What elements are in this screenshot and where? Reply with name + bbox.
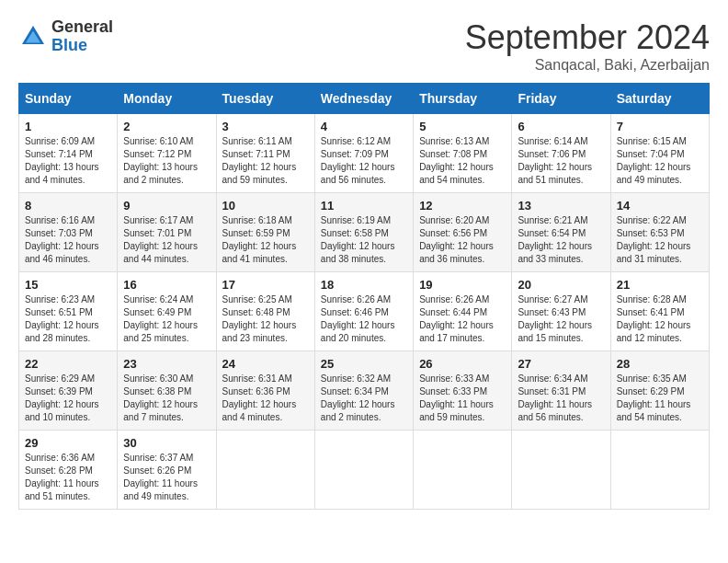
- calendar-day-cell: 3Sunrise: 6:11 AMSunset: 7:11 PMDaylight…: [216, 114, 314, 193]
- day-number: 18: [321, 278, 407, 292]
- day-number: 25: [321, 357, 407, 371]
- day-number: 24: [222, 357, 309, 371]
- calendar-day-cell: 23Sunrise: 6:30 AMSunset: 6:38 PMDayligh…: [118, 351, 216, 431]
- cell-details: Sunrise: 6:28 AMSunset: 6:41 PMDaylight:…: [617, 293, 703, 345]
- calendar-day-cell: 19Sunrise: 6:26 AMSunset: 6:44 PMDayligh…: [414, 272, 512, 351]
- cell-details: Sunrise: 6:21 AMSunset: 6:54 PMDaylight:…: [518, 214, 604, 266]
- calendar-day-cell: 18Sunrise: 6:26 AMSunset: 6:46 PMDayligh…: [314, 272, 413, 351]
- day-number: 27: [518, 357, 604, 371]
- cell-details: Sunrise: 6:10 AMSunset: 7:12 PMDaylight:…: [123, 135, 210, 187]
- location-title: Sanqacal, Baki, Azerbaijan: [465, 57, 710, 74]
- column-header-thursday: Thursday: [414, 84, 512, 114]
- cell-details: Sunrise: 6:29 AMSunset: 6:39 PMDaylight:…: [25, 373, 111, 424]
- cell-details: Sunrise: 6:36 AMSunset: 6:28 PMDaylight:…: [25, 452, 111, 503]
- calendar-day-cell: 1Sunrise: 6:09 AMSunset: 7:14 PMDaylight…: [19, 114, 118, 193]
- calendar-day-cell: 7Sunrise: 6:15 AMSunset: 7:04 PMDaylight…: [610, 114, 709, 193]
- column-header-wednesday: Wednesday: [314, 84, 413, 114]
- day-number: 6: [518, 120, 604, 133]
- column-header-saturday: Saturday: [610, 84, 709, 114]
- column-header-tuesday: Tuesday: [216, 84, 314, 114]
- empty-cell: [512, 431, 610, 510]
- cell-details: Sunrise: 6:14 AMSunset: 7:06 PMDaylight:…: [518, 135, 604, 187]
- page-header: General Blue September 2024 Sanqacal, Ba…: [18, 18, 710, 74]
- cell-details: Sunrise: 6:19 AMSunset: 6:58 PMDaylight:…: [321, 214, 407, 266]
- day-number: 10: [222, 199, 309, 213]
- calendar-day-cell: 2Sunrise: 6:10 AMSunset: 7:12 PMDaylight…: [118, 114, 216, 193]
- calendar-day-cell: 20Sunrise: 6:27 AMSunset: 6:43 PMDayligh…: [512, 272, 610, 351]
- cell-details: Sunrise: 6:33 AMSunset: 6:33 PMDaylight:…: [419, 373, 506, 424]
- cell-details: Sunrise: 6:24 AMSunset: 6:49 PMDaylight:…: [123, 293, 210, 345]
- day-number: 28: [617, 357, 703, 371]
- cell-details: Sunrise: 6:26 AMSunset: 6:46 PMDaylight:…: [321, 293, 407, 345]
- day-number: 3: [222, 120, 309, 133]
- calendar-day-cell: 11Sunrise: 6:19 AMSunset: 6:58 PMDayligh…: [314, 193, 413, 272]
- day-number: 8: [25, 199, 111, 213]
- cell-details: Sunrise: 6:25 AMSunset: 6:48 PMDaylight:…: [222, 293, 309, 345]
- cell-details: Sunrise: 6:31 AMSunset: 6:36 PMDaylight:…: [222, 373, 309, 424]
- logo-icon: [18, 22, 48, 52]
- calendar-table: SundayMondayTuesdayWednesdayThursdayFrid…: [18, 83, 710, 510]
- calendar-day-cell: 25Sunrise: 6:32 AMSunset: 6:34 PMDayligh…: [314, 351, 413, 431]
- day-number: 30: [123, 436, 210, 450]
- calendar-week-row: 29Sunrise: 6:36 AMSunset: 6:28 PMDayligh…: [19, 431, 710, 510]
- cell-details: Sunrise: 6:30 AMSunset: 6:38 PMDaylight:…: [123, 373, 210, 424]
- calendar-day-cell: 17Sunrise: 6:25 AMSunset: 6:48 PMDayligh…: [216, 272, 314, 351]
- logo-blue-text: Blue: [51, 36, 87, 54]
- calendar-week-row: 8Sunrise: 6:16 AMSunset: 7:03 PMDaylight…: [19, 193, 710, 272]
- calendar-day-cell: 6Sunrise: 6:14 AMSunset: 7:06 PMDaylight…: [512, 114, 610, 193]
- calendar-day-cell: 29Sunrise: 6:36 AMSunset: 6:28 PMDayligh…: [19, 431, 118, 510]
- day-number: 7: [617, 120, 703, 133]
- day-number: 1: [25, 120, 111, 133]
- calendar-day-cell: 4Sunrise: 6:12 AMSunset: 7:09 PMDaylight…: [314, 114, 413, 193]
- cell-details: Sunrise: 6:27 AMSunset: 6:43 PMDaylight:…: [518, 293, 604, 345]
- column-header-monday: Monday: [118, 84, 216, 114]
- calendar-day-cell: 27Sunrise: 6:34 AMSunset: 6:31 PMDayligh…: [512, 351, 610, 431]
- day-number: 26: [419, 357, 506, 371]
- day-number: 17: [222, 278, 309, 292]
- column-header-sunday: Sunday: [19, 84, 118, 114]
- day-number: 11: [321, 199, 407, 213]
- cell-details: Sunrise: 6:35 AMSunset: 6:29 PMDaylight:…: [617, 373, 703, 424]
- empty-cell: [610, 431, 709, 510]
- day-number: 22: [25, 357, 111, 371]
- cell-details: Sunrise: 6:18 AMSunset: 6:59 PMDaylight:…: [222, 214, 309, 266]
- day-number: 16: [123, 278, 210, 292]
- cell-details: Sunrise: 6:12 AMSunset: 7:09 PMDaylight:…: [321, 135, 407, 187]
- title-block: September 2024 Sanqacal, Baki, Azerbaija…: [465, 18, 710, 74]
- day-number: 14: [617, 199, 703, 213]
- calendar-day-cell: 26Sunrise: 6:33 AMSunset: 6:33 PMDayligh…: [414, 351, 512, 431]
- cell-details: Sunrise: 6:22 AMSunset: 6:53 PMDaylight:…: [617, 214, 703, 266]
- day-number: 2: [123, 120, 210, 133]
- calendar-day-cell: 10Sunrise: 6:18 AMSunset: 6:59 PMDayligh…: [216, 193, 314, 272]
- calendar-week-row: 22Sunrise: 6:29 AMSunset: 6:39 PMDayligh…: [19, 351, 710, 431]
- day-number: 5: [419, 120, 506, 133]
- calendar-day-cell: 13Sunrise: 6:21 AMSunset: 6:54 PMDayligh…: [512, 193, 610, 272]
- calendar-day-cell: 22Sunrise: 6:29 AMSunset: 6:39 PMDayligh…: [19, 351, 118, 431]
- calendar-day-cell: 14Sunrise: 6:22 AMSunset: 6:53 PMDayligh…: [610, 193, 709, 272]
- day-number: 15: [25, 278, 111, 292]
- calendar-day-cell: 9Sunrise: 6:17 AMSunset: 7:01 PMDaylight…: [118, 193, 216, 272]
- cell-details: Sunrise: 6:34 AMSunset: 6:31 PMDaylight:…: [518, 373, 604, 424]
- day-number: 23: [123, 357, 210, 371]
- calendar-week-row: 1Sunrise: 6:09 AMSunset: 7:14 PMDaylight…: [19, 114, 710, 193]
- column-header-friday: Friday: [512, 84, 610, 114]
- cell-details: Sunrise: 6:23 AMSunset: 6:51 PMDaylight:…: [25, 293, 111, 345]
- cell-details: Sunrise: 6:37 AMSunset: 6:26 PMDaylight:…: [123, 452, 210, 503]
- cell-details: Sunrise: 6:26 AMSunset: 6:44 PMDaylight:…: [419, 293, 506, 345]
- cell-details: Sunrise: 6:20 AMSunset: 6:56 PMDaylight:…: [419, 214, 506, 266]
- day-number: 29: [25, 436, 111, 450]
- calendar-day-cell: 5Sunrise: 6:13 AMSunset: 7:08 PMDaylight…: [414, 114, 512, 193]
- cell-details: Sunrise: 6:15 AMSunset: 7:04 PMDaylight:…: [617, 135, 703, 187]
- logo: General Blue: [18, 18, 113, 55]
- day-number: 19: [419, 278, 506, 292]
- day-number: 13: [518, 199, 604, 213]
- cell-details: Sunrise: 6:17 AMSunset: 7:01 PMDaylight:…: [123, 214, 210, 266]
- cell-details: Sunrise: 6:16 AMSunset: 7:03 PMDaylight:…: [25, 214, 111, 266]
- day-number: 12: [419, 199, 506, 213]
- calendar-week-row: 15Sunrise: 6:23 AMSunset: 6:51 PMDayligh…: [19, 272, 710, 351]
- calendar-header-row: SundayMondayTuesdayWednesdayThursdayFrid…: [19, 84, 710, 114]
- empty-cell: [216, 431, 314, 510]
- day-number: 21: [617, 278, 703, 292]
- day-number: 9: [123, 199, 210, 213]
- empty-cell: [414, 431, 512, 510]
